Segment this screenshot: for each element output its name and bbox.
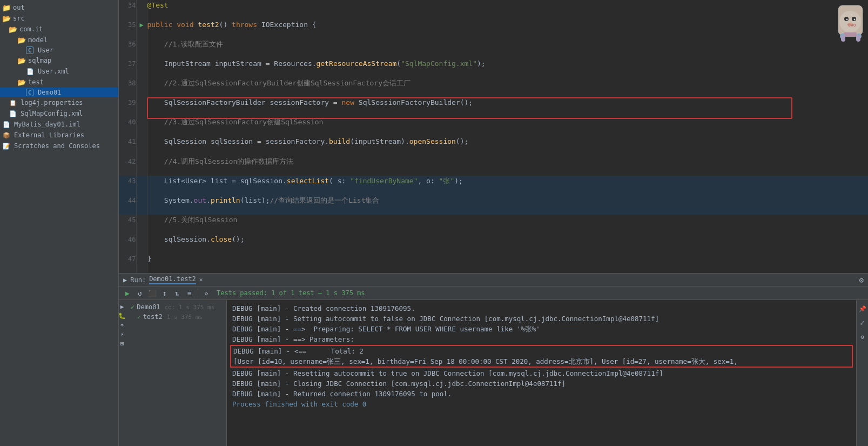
test-item-time: co: 1 s 375 ms bbox=[165, 304, 215, 311]
debug-side-icon[interactable]: 🐛 bbox=[119, 312, 126, 319]
ext-libs-icon: 📦 bbox=[2, 131, 11, 139]
tree-item-comit[interactable]: 📂 com.it bbox=[0, 24, 118, 35]
run-side-icon[interactable]: ▶ bbox=[120, 303, 124, 310]
gear-icon[interactable]: ⚙ bbox=[857, 331, 868, 342]
line-number: 42 bbox=[119, 156, 136, 176]
run-label: Run: bbox=[130, 276, 146, 284]
line-number: 37 bbox=[119, 58, 136, 78]
line-number: 43 bbox=[119, 176, 136, 195]
folder-icon: 📂 bbox=[2, 14, 11, 23]
line-number: 36 bbox=[119, 39, 136, 58]
pin-icon[interactable]: 📌 bbox=[857, 303, 868, 314]
folder-icon: 📁 bbox=[2, 3, 11, 12]
tree-label: src bbox=[13, 15, 25, 22]
console-line: DEBUG [main] - Created connection 130917… bbox=[232, 303, 851, 314]
toolbar-separator bbox=[198, 289, 198, 297]
code-line: //4.调用SqlSession的操作数据库方法 bbox=[147, 156, 868, 176]
tree-item-iml[interactable]: 📄 MyBatis_day01.iml bbox=[0, 119, 118, 130]
tree-item-userxml[interactable]: 📄 User.xml bbox=[0, 66, 118, 77]
tree-label: Demo01 bbox=[38, 89, 61, 96]
folder-icon: 📂 bbox=[17, 56, 26, 65]
code-line: SqlSession sqlSession = sessionFactory.b… bbox=[147, 136, 868, 156]
terminal-side-icon[interactable]: ⊞ bbox=[120, 340, 124, 347]
svg-point-4 bbox=[846, 19, 848, 21]
xml-icon: 📄 bbox=[26, 67, 35, 76]
test-tree-panel: ▶ 🐛 ☂ ⚡ ⊞ ✓ Demo01 co: 1 s 375 ms ✓ test… bbox=[119, 300, 227, 446]
console-lines: DEBUG [main] - Created connection 130917… bbox=[232, 303, 851, 409]
line-gutter bbox=[136, 234, 147, 254]
settings-gear-icon[interactable]: ⚙ bbox=[859, 276, 864, 284]
tree-item-model[interactable]: 📂 model bbox=[0, 35, 118, 45]
coverage-side-icon[interactable]: ☂ bbox=[120, 322, 124, 329]
test-item-demo01[interactable]: ✓ Demo01 co: 1 s 375 ms bbox=[129, 302, 224, 312]
expand-icon[interactable]: ⤢ bbox=[857, 317, 868, 328]
line-gutter bbox=[136, 97, 147, 117]
tree-item-demo01[interactable]: C Demo01 bbox=[0, 88, 118, 97]
tree-item-sqlmapconfig[interactable]: 📄 SqlMapConfig.xml bbox=[0, 108, 118, 119]
sort2-button[interactable]: ⇅ bbox=[172, 288, 183, 298]
console-line: DEBUG [main] - Setting autocommit to fal… bbox=[232, 314, 851, 324]
console-line: DEBUG [main] - Resetting autocommit to t… bbox=[232, 368, 851, 378]
sort-button[interactable]: ↕ bbox=[159, 288, 170, 298]
console-line: DEBUG [main] - ==> Parameters: bbox=[232, 334, 851, 344]
tree-item-ext-libs[interactable]: 📦 External Libraries bbox=[0, 130, 118, 141]
line-number: 45 bbox=[119, 215, 136, 234]
code-line: //2.通过SqlSessionFactoryBuilder创建SqlSessi… bbox=[147, 78, 868, 97]
console-line: DEBUG [main] - Closing JDBC Connection [… bbox=[232, 378, 851, 389]
test-item-label: test2 bbox=[143, 313, 163, 321]
run-button[interactable]: ▶ bbox=[122, 288, 133, 298]
svg-rect-11 bbox=[841, 35, 845, 42]
run-tab[interactable]: Demo01.test2 bbox=[149, 275, 196, 284]
line-gutter bbox=[136, 0, 147, 19]
tree-item-log4j[interactable]: 📋 log4j.properties bbox=[0, 97, 118, 108]
line-gutter bbox=[136, 195, 147, 215]
tree-label: test bbox=[28, 78, 44, 86]
right-icons-panel: 📌 ⤢ ⚙ bbox=[856, 300, 868, 446]
close-tab-button[interactable]: ✕ bbox=[199, 276, 203, 283]
tree-label: sqlmap bbox=[28, 57, 51, 64]
line-gutter bbox=[136, 254, 147, 273]
svg-text:owo: owo bbox=[848, 23, 856, 28]
more-button[interactable]: » bbox=[201, 288, 212, 298]
svg-rect-12 bbox=[856, 35, 860, 42]
scratches-icon: 📝 bbox=[2, 142, 11, 150]
line-number: 38 bbox=[119, 78, 136, 97]
code-line: @Test bbox=[147, 0, 868, 19]
align-button[interactable]: ≡ bbox=[184, 288, 195, 298]
rerun-button[interactable]: ↺ bbox=[134, 288, 145, 298]
run-icon: ▶ bbox=[123, 276, 127, 284]
tree-item-sqlmap[interactable]: 📂 sqlmap bbox=[0, 55, 118, 66]
tree-item-src[interactable]: 📂 src bbox=[0, 13, 118, 24]
tree-item-test[interactable]: 📂 test bbox=[0, 77, 118, 88]
code-editor[interactable]: owo 34@Test35▶public void test2() throws… bbox=[119, 0, 868, 273]
xml-icon: 📄 bbox=[9, 109, 17, 118]
code-line: sqlSession.close(); bbox=[147, 234, 868, 254]
console-line: DEBUG [main] - Returned connection 13091… bbox=[232, 389, 851, 399]
code-line: InputStream inputStream = Resources.getR… bbox=[147, 58, 868, 78]
line-number: 34 bbox=[119, 0, 136, 19]
stop-button[interactable]: ⬛ bbox=[147, 288, 158, 298]
tree-label: External Libraries bbox=[14, 131, 84, 139]
code-table: 34@Test35▶public void test2() throws IOE… bbox=[119, 0, 868, 273]
line-number: 41 bbox=[119, 136, 136, 156]
line-gutter bbox=[136, 78, 147, 97]
code-line: } bbox=[147, 254, 868, 273]
code-line: System.out.println(list);//查询结果返回的是一个Lis… bbox=[147, 195, 868, 215]
code-line: //1.读取配置文件 bbox=[147, 39, 868, 58]
test-item-label: Demo01 bbox=[137, 303, 160, 311]
svg-rect-8 bbox=[844, 32, 857, 37]
svg-point-5 bbox=[854, 19, 856, 21]
tree-item-out[interactable]: 📁 out bbox=[0, 2, 118, 13]
tree-item-user[interactable]: C User bbox=[0, 45, 118, 55]
tree-item-scratches[interactable]: 📝 Scratches and Consoles bbox=[0, 141, 118, 151]
line-number: 39 bbox=[119, 97, 136, 117]
test-item-test2[interactable]: ✓ test2 1 s 375 ms bbox=[129, 312, 224, 322]
java-class-icon: C bbox=[26, 46, 33, 54]
console-line: Process finished with exit code 0 bbox=[232, 399, 851, 409]
code-line: SqlSessionFactoryBuilder sessionFactory … bbox=[147, 97, 868, 117]
profile-side-icon[interactable]: ⚡ bbox=[120, 331, 124, 338]
line-number: 47 bbox=[119, 254, 136, 273]
line-gutter: ▶ bbox=[136, 19, 147, 39]
console-output[interactable]: DEBUG [main] - Created connection 130917… bbox=[227, 300, 856, 446]
file-tree: 📁 out 📂 src 📂 com.it 📂 model C User 📂 sq… bbox=[0, 0, 119, 446]
